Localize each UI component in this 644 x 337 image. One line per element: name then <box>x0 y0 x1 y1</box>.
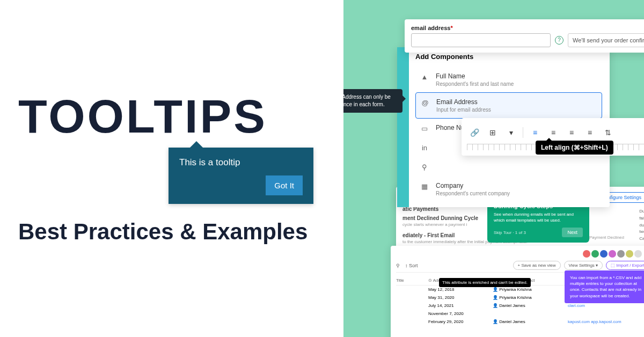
skip-tour-link[interactable]: Skip Tour · 1 of 3 <box>494 230 526 235</box>
company-icon: ▦ <box>420 182 429 191</box>
avatar[interactable] <box>591 250 599 258</box>
image-button[interactable]: ▾ <box>503 126 518 140</box>
avatar[interactable] <box>583 250 590 258</box>
page-subtitle: Best Practices & Examples <box>18 219 325 245</box>
view-settings-button[interactable]: View Settings ▾ <box>564 261 603 270</box>
comment-button[interactable]: ⊞ <box>485 126 500 140</box>
align-left-button[interactable]: ≡ <box>528 126 543 140</box>
tooltip-text: This is a tooltip <box>179 157 303 168</box>
at-icon: @ <box>420 99 430 107</box>
link-button[interactable]: 🔗 <box>467 126 482 140</box>
got-it-button[interactable]: Got It <box>266 175 303 195</box>
email-input[interactable] <box>411 33 551 47</box>
email-example-card: email address* ? We'll send your order c… <box>405 19 644 53</box>
align-right-button[interactable]: ≡ <box>564 126 579 140</box>
panel-accent <box>397 47 409 207</box>
user-icon: ▲ <box>420 73 429 81</box>
avatar[interactable] <box>617 250 625 258</box>
avatar[interactable] <box>609 250 616 258</box>
table-row[interactable]: November 7, 2020 <box>396 310 644 318</box>
import-export-button[interactable]: ⬚ Import / Export ▾ <box>606 261 644 270</box>
components-tooltip: Email Address can only be used once in e… <box>343 89 402 113</box>
location-icon: ⚲ <box>420 163 429 171</box>
tooltip-demo-card: This is a tooltip Got It <box>169 148 313 204</box>
align-justify-button[interactable]: ≡ <box>582 126 597 140</box>
page-title: TOOLTIPS <box>18 93 325 140</box>
next-button[interactable]: Next <box>562 228 583 237</box>
line-spacing-button[interactable]: ⇅ <box>601 126 616 140</box>
sort-button[interactable]: ↕ Sort <box>405 263 418 268</box>
components-title: Add Components <box>415 53 602 61</box>
component-item-fullname[interactable]: ▲ Full NameRespondent's first and last n… <box>415 67 602 92</box>
email-tooltip: We'll send your order confirmation here. <box>568 33 644 47</box>
import-tooltip: You can import from a *.CSV and add mult… <box>565 270 644 303</box>
save-view-button[interactable]: + Save as new view <box>513 261 561 270</box>
phone-icon: ▭ <box>420 124 429 133</box>
attribute-tooltip: This attribute is enriched and can't be … <box>439 278 531 287</box>
avatar-row: + <box>396 250 644 258</box>
component-item-company[interactable]: ▦ CompanyRespondent's current company <box>415 177 602 202</box>
email-label: email address* <box>411 25 644 31</box>
avatar[interactable] <box>626 250 633 258</box>
toolbar-tooltip: Left align (⌘+Shift+L) <box>536 141 613 155</box>
avatar[interactable] <box>600 250 608 258</box>
avatar[interactable] <box>634 250 642 258</box>
help-icon[interactable]: ? <box>555 36 564 45</box>
editor-toolbar: 🔗 ⊞ ▾ ≡ ≡ ≡ ≡ ⇅ Left align (⌘+Shift+L) <box>462 118 644 156</box>
filter-icon[interactable]: ⚲ <box>396 263 400 268</box>
component-item-location[interactable]: ⚲ <box>415 157 602 177</box>
component-item-email[interactable]: @ Email AddressInput for email address <box>415 92 602 119</box>
table-row[interactable]: February 29, 2020👤 Daniel Jameskapost.co… <box>396 318 644 326</box>
linkedin-icon: in <box>420 144 429 152</box>
table-card: + ⚲↕ Sort + Save as new view View Settin… <box>391 246 644 337</box>
